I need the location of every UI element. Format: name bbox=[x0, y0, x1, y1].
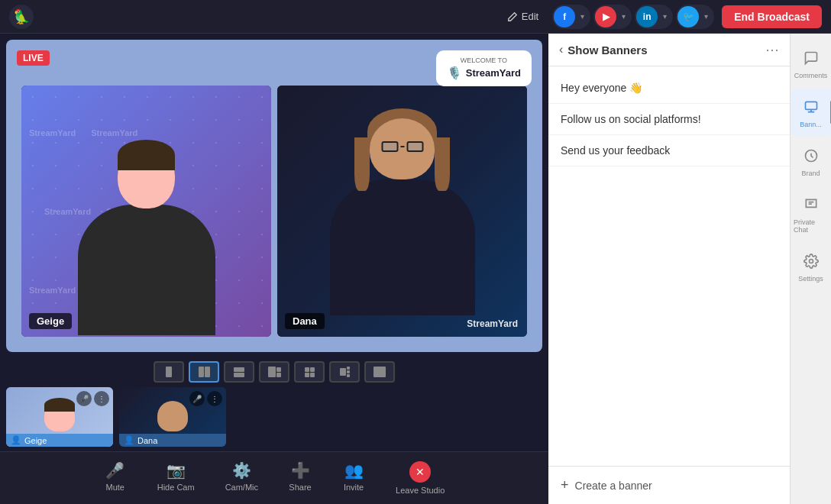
logo: 🦜 bbox=[9, 5, 34, 29]
tab-settings[interactable]: Settings bbox=[791, 243, 831, 290]
layout-side-by-side[interactable] bbox=[224, 361, 254, 383]
layout-selector bbox=[0, 358, 548, 387]
plus-icon: + bbox=[561, 477, 569, 493]
cam-mic-button[interactable]: ⚙️ Cam/Mic bbox=[210, 458, 273, 498]
avatar-linkedin[interactable]: in ▾ bbox=[635, 5, 673, 29]
tab-comments[interactable]: Comments bbox=[791, 40, 831, 87]
geige-bg: StreamYard StreamYard StreamYard StreamY… bbox=[21, 86, 271, 337]
avatar-tw-circle: 🐦 bbox=[677, 6, 699, 27]
banner-item-3[interactable]: Send us your feedback bbox=[548, 135, 790, 166]
welcome-text: WELCOME TO bbox=[447, 57, 521, 64]
fb-chevron: ▾ bbox=[580, 12, 584, 21]
panel-title: Show Banners bbox=[567, 44, 761, 57]
avatar-youtube[interactable]: ▶ ▾ bbox=[593, 5, 632, 29]
dana-hair-left bbox=[354, 137, 370, 191]
dana-more-btn[interactable]: ⋮ bbox=[207, 391, 222, 406]
banner-item-1[interactable]: Hey everyone 👋 bbox=[548, 73, 790, 104]
settings-tab-icon bbox=[804, 254, 819, 269]
dana-glasses bbox=[381, 141, 423, 152]
avatar-li-circle: in bbox=[636, 6, 658, 27]
back-button[interactable]: ‹ bbox=[559, 43, 563, 57]
svg-rect-0 bbox=[805, 102, 816, 109]
comments-icon bbox=[804, 50, 819, 66]
banners-label: Bann... bbox=[800, 121, 822, 128]
dana-face bbox=[370, 118, 435, 179]
comments-label: Comments bbox=[794, 72, 828, 79]
geige-body bbox=[78, 205, 215, 335]
streamyard-logo-overlay: WELCOME TO 🎙️ StreamYard bbox=[436, 50, 532, 86]
layout-split-2[interactable] bbox=[189, 361, 219, 383]
edit-label: Edit bbox=[522, 11, 538, 22]
tab-brand[interactable]: Brand bbox=[791, 137, 831, 185]
create-banner-button[interactable]: + Create a banner bbox=[548, 466, 790, 504]
geige-head bbox=[118, 144, 175, 208]
banners-icon bbox=[804, 99, 819, 115]
dana-person bbox=[277, 111, 527, 337]
layout-single-left[interactable] bbox=[154, 361, 184, 383]
settings-icon: ⚙️ bbox=[232, 461, 251, 480]
dana-head-area bbox=[370, 115, 435, 183]
geige-person bbox=[21, 136, 271, 337]
dana-bg: StreamYard bbox=[277, 86, 527, 337]
streamyard-watermark: StreamYard bbox=[467, 318, 518, 329]
tab-banners[interactable]: Bann... bbox=[791, 89, 831, 136]
cam-icon: 📷 bbox=[167, 461, 185, 480]
dana-body bbox=[330, 179, 475, 315]
layout-interview[interactable] bbox=[259, 361, 289, 383]
banner-text-1: Hey everyone 👋 bbox=[561, 82, 642, 94]
layout-wide[interactable] bbox=[329, 361, 360, 383]
platform-avatars: f ▾ ▶ ▾ in ▾ 🐦 ▾ bbox=[552, 5, 714, 29]
brand-label: Brand bbox=[801, 170, 820, 177]
leave-studio-button[interactable]: ✕ Leave Studio bbox=[380, 458, 460, 498]
banner-list: Hey everyone 👋 Follow us on social platf… bbox=[548, 66, 790, 466]
banner-item-2[interactable]: Follow us on social platforms! bbox=[548, 104, 790, 135]
hide-cam-button[interactable]: 📷 Hide Cam bbox=[142, 458, 210, 498]
banner-text-2: Follow us on social platforms! bbox=[561, 113, 701, 125]
avatar-twitter[interactable]: 🐦 ▾ bbox=[676, 5, 714, 29]
more-options-button[interactable]: ⋯ bbox=[765, 41, 779, 58]
layout-full[interactable] bbox=[364, 361, 395, 383]
leave-icon: ✕ bbox=[409, 461, 431, 483]
thumbnail-dana[interactable]: 🎤 ⋮ 👤 Dana bbox=[119, 387, 226, 447]
geige-mic-btn[interactable]: 🎤 bbox=[76, 391, 92, 406]
avatar-facebook[interactable]: f ▾ bbox=[552, 5, 590, 29]
right-panel-wrap: ‹ Show Banners ⋯ Hey everyone 👋 Follow u… bbox=[548, 34, 831, 504]
layout-grid-4[interactable] bbox=[294, 361, 325, 383]
thumbnail-row: 🎤 ⋮ 👤 Geige 🎤 ⋮ bbox=[0, 387, 548, 451]
invite-button[interactable]: 👥 Invite bbox=[327, 458, 380, 498]
share-icon: ➕ bbox=[291, 461, 309, 480]
brand-row: 🎙️ StreamYard bbox=[447, 66, 521, 80]
svg-point-2 bbox=[809, 260, 813, 263]
brand-icon bbox=[804, 148, 819, 163]
video-grid: StreamYard StreamYard StreamYard StreamY… bbox=[21, 86, 527, 337]
sy-brand-text: StreamYard bbox=[466, 67, 521, 79]
main-area: LIVE WELCOME TO 🎙️ StreamYard bbox=[0, 34, 831, 504]
edit-icon bbox=[507, 11, 518, 22]
li-chevron: ▾ bbox=[663, 12, 667, 21]
end-broadcast-button[interactable]: End Broadcast bbox=[722, 5, 822, 28]
dana-hair-right bbox=[435, 137, 450, 191]
glass-left bbox=[381, 141, 398, 152]
edit-button[interactable]: Edit bbox=[501, 8, 545, 25]
geige-more-btn[interactable]: ⋮ bbox=[94, 391, 109, 406]
dana-mic-btn[interactable]: 🎤 bbox=[189, 391, 205, 406]
mute-button[interactable]: 🎤 Mute bbox=[89, 458, 142, 498]
glass-bridge bbox=[400, 146, 404, 147]
sy-bird-icon: 🎙️ bbox=[447, 66, 462, 80]
video-cell-dana: StreamYard Dana bbox=[277, 86, 527, 337]
studio-area: LIVE WELCOME TO 🎙️ StreamYard bbox=[0, 34, 548, 504]
avatar-fb-circle: f bbox=[554, 6, 575, 27]
tab-private-chat[interactable]: Private Chat bbox=[791, 186, 831, 241]
invite-label: Invite bbox=[344, 483, 364, 492]
banner-text-3: Send us your feedback bbox=[561, 144, 670, 157]
create-banner-label: Create a banner bbox=[575, 480, 652, 492]
mute-label: Mute bbox=[106, 483, 124, 492]
thumbnail-geige[interactable]: 🎤 ⋮ 👤 Geige bbox=[6, 387, 113, 447]
dana-thumb-bar: 👤 Dana bbox=[119, 434, 226, 447]
geige-thumb-label: Geige bbox=[24, 436, 47, 445]
geige-thumb-icons: 🎤 ⋮ bbox=[76, 391, 109, 406]
invite-icon: 👥 bbox=[344, 461, 363, 480]
geige-thumb-bar: 👤 Geige bbox=[6, 434, 113, 447]
panel-header: ‹ Show Banners ⋯ bbox=[548, 34, 790, 66]
share-button[interactable]: ➕ Share bbox=[273, 458, 327, 498]
